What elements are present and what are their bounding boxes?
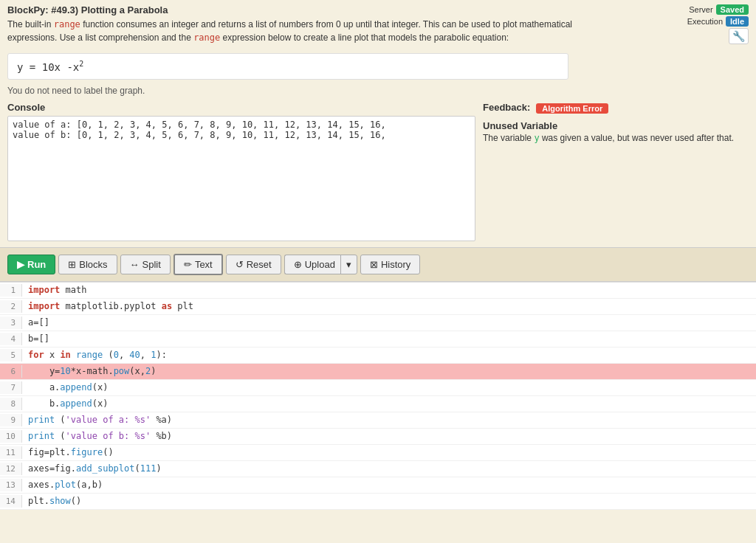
desc-text1: The built-in xyxy=(7,19,54,30)
line-num-11: 11 xyxy=(0,446,22,459)
code-line-6: 6 y=10*x-math.pow(x,2) xyxy=(0,364,756,380)
code-line-9: 9 print ('value of a: %s' %a) xyxy=(0,412,756,429)
line-num-6: 6 xyxy=(0,365,22,378)
line-num-14: 14 xyxy=(0,495,22,508)
code-line-11: 11 fig=plt.figure() xyxy=(0,445,756,461)
code-line-12: 12 axes=fig.add_subplot(111) xyxy=(0,461,756,477)
code-content-3: a=[] xyxy=(22,316,55,329)
server-badge: Saved xyxy=(716,4,749,15)
feedback-header: Feedback: Algorithm Error xyxy=(483,102,749,116)
upload-button[interactable]: ⊕ Upload xyxy=(284,255,344,274)
history-label: History xyxy=(381,259,410,270)
code-content-11: fig=plt.figure() xyxy=(22,446,120,459)
upload-icon: ⊕ xyxy=(294,259,302,270)
text-label: Text xyxy=(195,259,213,270)
line-num-8: 8 xyxy=(0,398,22,410)
code-editor[interactable]: 1 import math 2 import matplotlib.pyplot… xyxy=(0,282,756,510)
code-content-5: for x in range (0, 40, 1): xyxy=(22,348,173,362)
line-num-4: 4 xyxy=(0,333,22,345)
history-icon: ⊠ xyxy=(370,259,378,270)
line-num-2: 2 xyxy=(0,300,22,313)
reset-label: Reset xyxy=(247,259,272,270)
reset-icon: ↺ xyxy=(236,259,244,270)
code-content-8: b.append(x) xyxy=(22,397,114,410)
wrench-row: 🔧 xyxy=(729,28,749,44)
code-line-4: 4 b=[] xyxy=(0,331,756,347)
description: The built-in range function consumes an … xyxy=(7,18,583,44)
code-content-2: import matplotlib.pyplot as plt xyxy=(22,300,199,313)
code-line-3: 3 a=[] xyxy=(0,315,756,331)
console-label: Console xyxy=(7,102,475,113)
console-line-2: value of b: [0, 1, 2, 3, 4, 5, 6, 7, 8, … xyxy=(13,130,470,140)
split-icon: ↔ xyxy=(130,259,140,270)
code-content-6: y=10*x-math.pow(x,2) xyxy=(22,364,162,378)
blocks-label: Blocks xyxy=(79,259,107,270)
line-num-5: 5 xyxy=(0,349,22,362)
execution-badge: Idle xyxy=(726,16,749,27)
code-line-1: 1 import math xyxy=(0,283,756,299)
code-line-8: 8 b.append(x) xyxy=(0,396,756,412)
pencil-icon: ✏ xyxy=(184,259,192,270)
code-content-12: axes=fig.add_subplot(111) xyxy=(22,462,168,475)
code-content-10: print ('value of b: %s' %b) xyxy=(22,429,178,443)
feedback-text-2: was given a value, but was never used af… xyxy=(540,133,734,143)
console-line-1: value of a: [0, 1, 2, 3, 4, 5, 6, 7, 8, … xyxy=(13,120,470,130)
code-content-9: print ('value of a: %s' %a) xyxy=(22,413,178,426)
code-content-1: import math xyxy=(22,283,93,297)
split-label: Split xyxy=(142,259,161,270)
equation-box: y = 10x -x2 xyxy=(7,53,568,80)
blocks-button[interactable]: ⊞ Blocks xyxy=(58,255,117,274)
line-num-7: 7 xyxy=(0,381,22,394)
server-label: Server xyxy=(689,5,712,14)
execution-status-row: Execution Idle xyxy=(687,16,749,27)
line-num-3: 3 xyxy=(0,317,22,329)
wrench-icon[interactable]: 🔧 xyxy=(729,28,749,44)
line-num-10: 10 xyxy=(0,430,22,443)
page-title: BlockPy: #49.3) Plotting a Parabola xyxy=(7,4,687,15)
feedback-text: The variable y was given a value, but wa… xyxy=(483,131,749,145)
line-num-1: 1 xyxy=(0,284,22,297)
code-content-13: axes.plot(a,b) xyxy=(22,478,109,491)
code-content-7: a.append(x) xyxy=(22,381,114,394)
instruction-text: You do not need to label the graph. xyxy=(7,86,749,96)
algorithm-error-badge: Algorithm Error xyxy=(536,103,608,114)
history-button[interactable]: ⊠ History xyxy=(360,255,420,274)
toolbar: ▶ Run ⊞ Blocks ↔ Split ✏ Text ↺ Reset ⊕ … xyxy=(0,247,756,282)
feedback-label: Feedback: xyxy=(483,102,530,113)
superscript-2: 2 xyxy=(79,60,83,68)
code-content-4: b=[] xyxy=(22,332,55,345)
main-content: Console value of a: [0, 1, 2, 3, 4, 5, 6… xyxy=(0,102,756,241)
split-button[interactable]: ↔ Split xyxy=(120,255,171,274)
reset-button[interactable]: ↺ Reset xyxy=(226,255,281,274)
line-num-13: 13 xyxy=(0,479,22,491)
run-label: Run xyxy=(27,259,46,270)
console-output: value of a: [0, 1, 2, 3, 4, 5, 6, 7, 8, … xyxy=(7,116,475,241)
run-button[interactable]: ▶ Run xyxy=(7,255,55,274)
title-area: BlockPy: #49.3) Plotting a Parabola The … xyxy=(7,4,687,44)
top-bar: BlockPy: #49.3) Plotting a Parabola The … xyxy=(0,0,756,47)
code-line-5: 5 for x in range (0, 40, 1): xyxy=(0,347,756,364)
app-container: BlockPy: #49.3) Plotting a Parabola The … xyxy=(0,0,756,510)
code-line-10: 10 print ('value of b: %s' %b) xyxy=(0,429,756,445)
code-line-2: 2 import matplotlib.pyplot as plt xyxy=(0,299,756,315)
line-num-9: 9 xyxy=(0,414,22,426)
blocks-icon: ⊞ xyxy=(68,259,76,270)
code-content-14: plt.show() xyxy=(22,494,87,508)
server-status-row: Server Saved xyxy=(689,4,749,15)
range-keyword-2: range xyxy=(193,32,220,43)
range-keyword-1: range xyxy=(54,19,80,30)
line-num-12: 12 xyxy=(0,463,22,475)
code-line-7: 7 a.append(x) xyxy=(0,380,756,396)
console-section: Console value of a: [0, 1, 2, 3, 4, 5, 6… xyxy=(0,102,483,241)
feedback-title: Unused Variable xyxy=(483,120,749,131)
execution-label: Execution xyxy=(687,17,723,26)
variable-y: y xyxy=(534,133,539,143)
upload-label: Upload xyxy=(305,259,335,270)
feedback-text-1: The variable xyxy=(483,133,534,143)
text-button[interactable]: ✏ Text xyxy=(173,254,223,275)
code-line-14: 14 plt.show() xyxy=(0,494,756,510)
upload-dropdown-arrow[interactable]: ▾ xyxy=(340,255,357,274)
code-line-13: 13 axes.plot(a,b) xyxy=(0,477,756,494)
desc-text3: expression below to create a line plot t… xyxy=(220,32,509,43)
run-icon: ▶ xyxy=(17,259,24,270)
